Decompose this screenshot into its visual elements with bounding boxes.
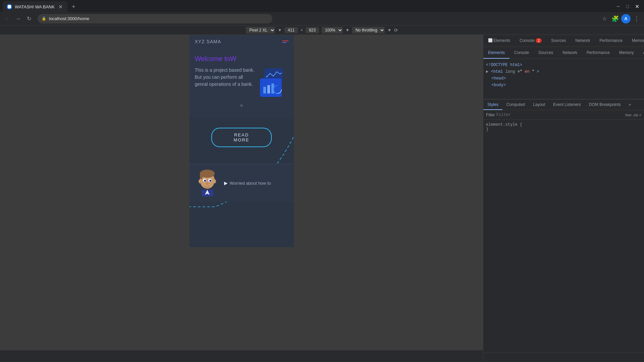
lock-icon: 🔒 — [42, 16, 46, 21]
address-bar[interactable]: 🔒 localhost:3000/home — [38, 14, 272, 23]
throttle-select[interactable]: No throttling — [352, 27, 385, 34]
hero-description: This is a project based bank. But you ca… — [195, 67, 256, 100]
network-label: Network — [562, 50, 577, 55]
styles-tab-label: Styles — [487, 102, 498, 107]
play-icon: ▶ — [224, 180, 228, 186]
rotate-button[interactable]: ⟳ — [394, 27, 398, 33]
extensions-button[interactable]: 🧩 — [610, 14, 620, 23]
styles-content: element.style { } — [483, 120, 644, 353]
section-text: ▶ Worried about how to — [224, 180, 271, 186]
svg-point-1 — [266, 76, 267, 77]
hero-title-prefix: Welcome to — [195, 55, 230, 62]
slide-indicators — [195, 104, 288, 107]
filter-input[interactable] — [496, 113, 624, 117]
hamburger-menu[interactable] — [282, 41, 288, 43]
section-2: ▶ Worried about how to — [190, 164, 294, 202]
tab-performance[interactable]: Performance — [582, 47, 614, 59]
dot-1 — [240, 104, 243, 107]
dom-html[interactable]: ▶ <html lang =" en " > — [486, 68, 641, 75]
dom-head[interactable]: <head> — [486, 75, 641, 82]
app-header: XYZ SAMA — [190, 35, 294, 48]
hamburger-line-1 — [282, 41, 288, 41]
viewport-content: XYZ SAMA Welcome toW This is a project b… — [0, 35, 483, 350]
body-tag: <body> — [491, 83, 506, 87]
tab-favicon — [7, 4, 12, 9]
head-tag: <head> — [491, 76, 506, 81]
avatar-svg — [195, 170, 220, 196]
new-tab-button[interactable]: + — [69, 2, 78, 11]
tab-console[interactable]: Console — [509, 47, 534, 59]
svg-rect-2 — [260, 78, 282, 97]
forward-button[interactable]: → — [13, 14, 23, 23]
app-logo: XYZ SAMA — [195, 39, 221, 44]
dom-body[interactable]: <body> — [486, 82, 641, 88]
layout-tab-label: Layout — [533, 102, 545, 107]
sub-tab-dom-breakpoints[interactable]: DOM Breakpoints — [585, 100, 625, 110]
devtools-tab-network[interactable]: Network — [571, 35, 595, 47]
zoom-select[interactable]: 100% — [322, 27, 343, 34]
devtools-bottom-bar — [483, 353, 644, 362]
svg-point-13 — [204, 180, 206, 182]
tab-close-button[interactable]: ✕ — [57, 4, 63, 10]
hero-title-highlight: W — [230, 55, 236, 62]
tab-memory[interactable]: Memory — [614, 47, 638, 59]
svg-point-19 — [213, 179, 216, 183]
tab-title: WATASHI WA BANK — [15, 4, 55, 9]
height-input[interactable] — [306, 27, 319, 33]
hero-illustration — [258, 67, 288, 100]
active-tab[interactable]: WATASHI WA BANK ✕ — [3, 1, 67, 12]
tab-sources[interactable]: Sources — [534, 47, 558, 59]
devtools-tab-sources[interactable]: Sources — [546, 35, 571, 47]
console-label: Console — [514, 50, 529, 55]
quote-close: " — [532, 69, 534, 74]
element-style-block: element.style { } — [486, 122, 641, 132]
devtools-panel: ⬜ Elements Console 2 Sources Network Per… — [483, 35, 644, 362]
reload-button[interactable]: ↻ — [24, 14, 34, 23]
event-listeners-label: Event Listeners — [553, 102, 581, 107]
svg-rect-3 — [263, 87, 266, 94]
element-style-label: element.style { — [486, 122, 522, 127]
devtools-tab-memory[interactable]: Memory — [627, 35, 644, 47]
main-area: XYZ SAMA Welcome toW This is a project b… — [0, 35, 644, 362]
more-button[interactable]: ⋮ — [632, 14, 641, 23]
performance-tab-label: Performance — [599, 38, 623, 43]
tab-elements[interactable]: Elements — [483, 47, 509, 59]
elements-tab-label: Elements — [493, 38, 510, 43]
style-close: } — [486, 127, 488, 132]
styles-sub-tabs: Styles Computed Layout Event Listeners D… — [483, 100, 644, 110]
html-close: > — [537, 69, 539, 74]
profile-button[interactable]: A — [621, 14, 631, 23]
sub-tab-more[interactable]: » — [625, 100, 635, 110]
sub-tab-layout[interactable]: Layout — [529, 100, 549, 110]
expand-arrow: ▶ — [486, 69, 488, 74]
tab-application[interactable]: Application — [638, 47, 644, 59]
more-icon: ⋮ — [634, 15, 640, 22]
tab-network[interactable]: Network — [558, 47, 582, 59]
avatar-container — [195, 170, 220, 196]
sub-tab-computed[interactable]: Computed — [502, 100, 529, 110]
svg-point-17 — [206, 183, 209, 185]
devtools-tab-performance[interactable]: Performance — [595, 35, 627, 47]
favicon-inner — [8, 5, 11, 8]
read-more-button[interactable]: READ MORE — [211, 128, 272, 147]
width-input[interactable] — [284, 27, 298, 33]
svg-rect-4 — [267, 85, 270, 94]
devtools-tab-console[interactable]: Console 2 — [515, 35, 546, 47]
svg-rect-10 — [200, 172, 203, 179]
window-controls: − □ ✕ — [614, 2, 644, 12]
back-icon: ← — [5, 16, 10, 22]
close-button[interactable]: ✕ — [633, 2, 641, 11]
svg-point-18 — [199, 179, 201, 183]
svg-point-15 — [205, 180, 206, 181]
bookmark-button[interactable]: ☆ — [600, 14, 609, 23]
back-button[interactable]: ← — [3, 14, 12, 23]
section-text-content: Worried about how to — [230, 181, 271, 186]
filter-label: Filter — [486, 113, 495, 117]
sub-tab-event-listeners[interactable]: Event Listeners — [549, 100, 585, 110]
devtools-tab-elements[interactable]: ⬜ Elements — [483, 35, 515, 47]
restore-button[interactable]: □ — [623, 2, 632, 11]
sub-tab-styles[interactable]: Styles — [483, 100, 502, 110]
hamburger-line-2 — [282, 42, 286, 43]
device-select[interactable]: Pixel 2 XL — [246, 27, 275, 34]
minimize-button[interactable]: − — [614, 2, 623, 11]
